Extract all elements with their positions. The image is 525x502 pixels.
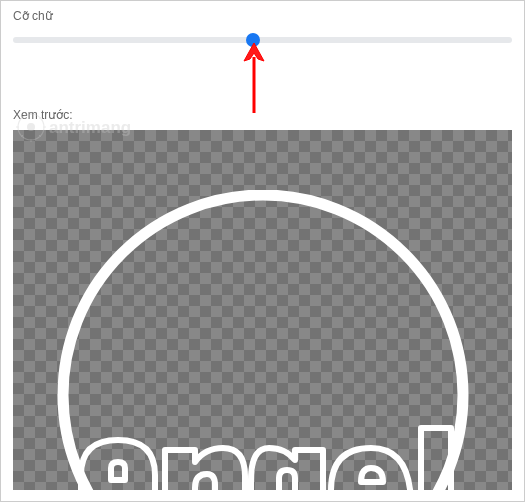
font-size-section: Cỡ chữ [1, 1, 524, 63]
slider-thumb[interactable] [246, 33, 260, 47]
preview-content [13, 190, 512, 490]
preview-svg [13, 190, 512, 490]
preview-circle-icon [63, 195, 463, 490]
preview-area [13, 130, 512, 490]
preview-label: Xem trước: [13, 108, 512, 122]
preview-label-section: Xem trước: [1, 108, 524, 122]
slider-track [13, 37, 512, 43]
font-size-label: Cỡ chữ [13, 9, 512, 23]
preview-text-icon [81, 428, 451, 490]
font-size-slider[interactable] [13, 29, 512, 63]
